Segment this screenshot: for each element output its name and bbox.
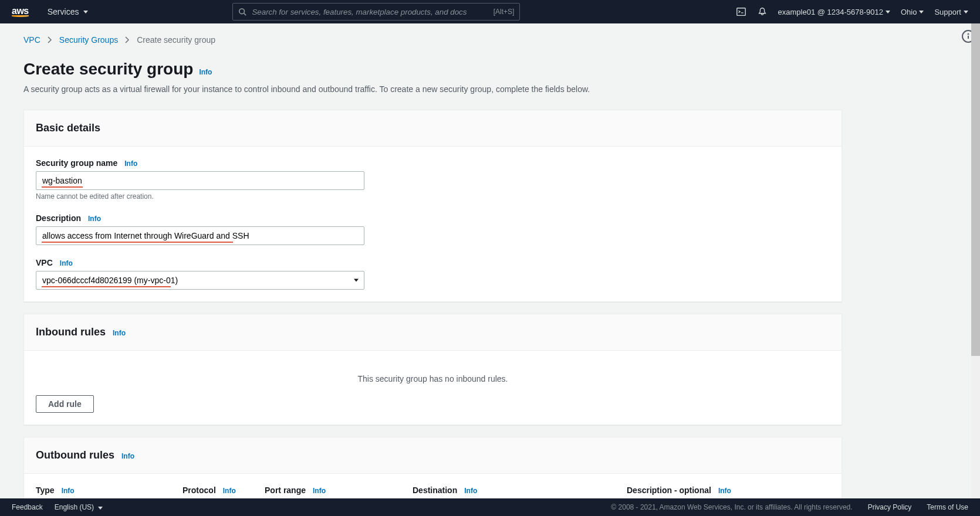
services-label: Services xyxy=(48,7,79,16)
th-protocol: Protocol xyxy=(183,486,216,495)
info-link[interactable]: Info xyxy=(121,452,134,460)
outbound-rules-title: Outbound rules xyxy=(36,449,114,461)
security-group-name-field: Security group name Info Name cannot be … xyxy=(36,158,830,201)
terms-link[interactable]: Terms of Use xyxy=(927,503,968,511)
aws-logo[interactable]: aws xyxy=(12,6,29,17)
account-label: example01 @ 1234-5678-9012 xyxy=(778,8,883,16)
chevron-right-icon xyxy=(125,36,130,43)
info-link[interactable]: Info xyxy=(124,159,137,168)
breadcrumb: VPC Security Groups Create security grou… xyxy=(23,35,842,45)
breadcrumb-current: Create security group xyxy=(137,35,215,45)
basic-details-title: Basic details xyxy=(36,122,100,134)
chevron-right-icon xyxy=(48,36,52,43)
svg-point-0 xyxy=(239,9,245,14)
name-label: Security group name xyxy=(36,158,117,168)
caret-down-icon xyxy=(919,11,924,13)
info-link[interactable]: Info xyxy=(718,487,731,495)
inbound-empty-message: This security group has no inbound rules… xyxy=(36,362,830,395)
svg-point-5 xyxy=(968,34,969,35)
vpc-field: VPC Info xyxy=(36,258,830,290)
breadcrumb-security-groups[interactable]: Security Groups xyxy=(59,35,118,45)
region-menu[interactable]: Ohio xyxy=(901,8,924,16)
info-link[interactable]: Info xyxy=(62,487,75,495)
main-content: VPC Security Groups Create security grou… xyxy=(0,23,866,516)
bell-icon[interactable] xyxy=(757,6,768,17)
page-title: Create security group xyxy=(23,60,193,79)
th-description: Description - optional xyxy=(627,486,711,495)
security-group-name-input[interactable] xyxy=(36,171,364,190)
basic-details-panel: Basic details Security group name Info N… xyxy=(23,110,842,302)
add-inbound-rule-button[interactable]: Add rule xyxy=(36,395,94,413)
inbound-rules-title: Inbound rules xyxy=(36,326,106,338)
name-hint: Name cannot be edited after creation. xyxy=(36,192,830,201)
services-menu[interactable]: Services xyxy=(43,5,93,19)
search-input[interactable] xyxy=(232,3,520,21)
page-subtitle: A security group acts as a virtual firew… xyxy=(23,83,842,96)
search-icon xyxy=(238,8,246,16)
scrollbar-thumb[interactable] xyxy=(971,23,980,356)
search-shortcut: [Alt+S] xyxy=(494,8,515,16)
info-link[interactable]: Info xyxy=(464,487,477,495)
info-link[interactable]: Info xyxy=(113,329,126,337)
info-link[interactable]: Info xyxy=(223,487,236,495)
language-label: English (US) xyxy=(55,503,94,511)
caret-down-icon xyxy=(964,11,968,13)
svg-line-1 xyxy=(244,13,246,16)
language-menu[interactable]: English (US) xyxy=(55,503,103,511)
scrollbar[interactable] xyxy=(971,23,980,498)
info-link[interactable]: Info xyxy=(88,215,101,223)
th-type: Type xyxy=(36,486,55,495)
feedback-link[interactable]: Feedback xyxy=(12,503,43,511)
description-label: Description xyxy=(36,213,81,223)
copyright: © 2008 - 2021, Amazon Web Services, Inc.… xyxy=(611,503,852,511)
cloudshell-icon[interactable] xyxy=(736,6,746,17)
breadcrumb-vpc[interactable]: VPC xyxy=(23,35,40,45)
description-field: Description Info xyxy=(36,213,830,245)
region-label: Ohio xyxy=(901,8,917,16)
inbound-rules-panel: Inbound rules Info This security group h… xyxy=(23,314,842,425)
privacy-link[interactable]: Privacy Policy xyxy=(868,503,912,511)
info-link[interactable]: Info xyxy=(313,487,326,495)
support-label: Support xyxy=(934,8,961,16)
th-destination: Destination xyxy=(413,486,457,495)
th-port-range: Port range xyxy=(265,486,306,495)
header-right: example01 @ 1234-5678-9012 Ohio Support xyxy=(736,6,968,17)
info-link[interactable]: Info xyxy=(60,259,73,267)
aws-header: aws Services [Alt+S] example01 @ 1234-56… xyxy=(0,0,980,23)
caret-down-icon xyxy=(83,11,88,13)
svg-rect-2 xyxy=(736,8,745,16)
aws-footer: Feedback English (US) © 2008 - 2021, Ama… xyxy=(0,498,980,516)
vpc-label: VPC xyxy=(36,258,53,267)
caret-down-icon xyxy=(98,507,103,510)
info-link[interactable]: Info xyxy=(199,68,212,76)
support-menu[interactable]: Support xyxy=(934,8,968,16)
account-menu[interactable]: example01 @ 1234-5678-9012 xyxy=(778,8,890,16)
caret-down-icon xyxy=(886,11,890,13)
search-wrapper: [Alt+S] xyxy=(232,3,520,21)
